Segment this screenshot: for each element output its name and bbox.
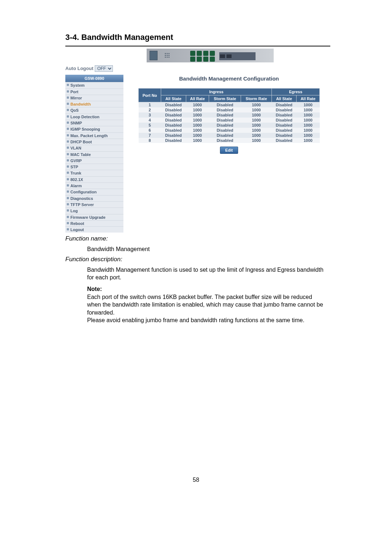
cell: 3 [139,112,161,118]
sidebar-item[interactable]: Alarm [65,182,123,189]
sidebar-item[interactable]: Mirror [65,95,123,101]
cell: Disabled [272,118,297,123]
ui-snapshot: Auto Logout OFF GSW-0890 SystemPortMirro… [65,46,330,233]
th-in-all-rate: All Rate [186,95,209,102]
cell: 1000 [297,102,320,108]
cell: Disabled [209,138,241,143]
sidebar-item[interactable]: Log [65,208,123,214]
cell: Disabled [209,118,241,123]
cell: Disabled [161,128,186,133]
cell: 1000 [297,138,320,143]
cell: 5 [139,123,161,128]
table-row[interactable]: 1Disabled1000Disabled1000Disabled1000 [139,102,320,108]
th-in-all-state: All State [161,95,186,102]
cell: Disabled [209,133,241,138]
note-paragraph-2: Please avoid enabling jumbo frame and ba… [87,316,327,324]
table-row[interactable]: 4Disabled1000Disabled1000Disabled1000 [139,118,320,123]
logo-icon [150,51,158,60]
section-heading: 3-4. Bandwidth Management [65,33,327,42]
function-name-label: Function name: [65,235,327,243]
function-desc-text: Bandwidth Management function is used to… [87,266,327,282]
cell: Disabled [272,123,297,128]
page-number: 58 [65,477,327,483]
auto-logout-bar: Auto Logout OFF [65,65,330,72]
nav-header: GSW-0890 [65,75,123,82]
sidebar-item[interactable]: Configuration [65,189,123,195]
sidebar-item[interactable]: 802.1X [65,176,123,182]
cell: 1000 [241,128,272,133]
cell: 1000 [186,133,209,138]
cell: 1000 [297,118,320,123]
sidebar-item[interactable]: System [65,82,123,88]
sidebar-item[interactable]: Diagnostics [65,195,123,201]
sidebar-item[interactable]: Reboot [65,220,123,226]
cell: 1000 [241,102,272,108]
cell: 1000 [186,118,209,123]
cell: Disabled [272,107,297,112]
cell: 1000 [297,128,320,133]
table-row[interactable]: 5Disabled1000Disabled1000Disabled1000 [139,123,320,128]
th-in-storm-state: Storm State [209,95,241,102]
sidebar-item[interactable]: GVRP [65,157,123,164]
function-name-value: Bandwidth Management [87,245,327,253]
sidebar-item[interactable]: Max. Packet Length [65,132,123,139]
cell: 1 [139,102,161,108]
sidebar-item[interactable]: TFTP Server [65,201,123,208]
cell: Disabled [272,128,297,133]
cell: 1000 [186,138,209,143]
sidebar-item[interactable]: STP [65,164,123,170]
cell: 1000 [297,112,320,118]
cell: 1000 [241,133,272,138]
sidebar-item[interactable]: QoS [65,107,123,113]
sidebar-item[interactable]: Loop Detection [65,114,123,120]
cell: 1000 [297,123,320,128]
cell: 1000 [186,123,209,128]
auto-logout-label: Auto Logout [65,66,93,71]
cell: Disabled [209,102,241,108]
cell: 1000 [186,128,209,133]
function-desc-label: Function description: [65,255,327,264]
cell: 8 [139,138,161,143]
cell: Disabled [161,107,186,112]
sidebar-item[interactable]: Bandwidth [65,101,123,107]
bandwidth-table: Port No Ingress Egress All State All Rat… [138,88,320,143]
sidebar-item[interactable]: SNMP [65,120,123,126]
sidebar-item[interactable]: Logout [65,226,123,233]
sidebar-item[interactable]: DHCP Boot [65,139,123,145]
sidebar-item[interactable]: IGMP Snooping [65,126,123,132]
cell: 2 [139,107,161,112]
cell: Disabled [161,102,186,108]
cell: 1000 [241,107,272,112]
cell: 1000 [241,118,272,123]
cell: 4 [139,118,161,123]
table-row[interactable]: 7Disabled1000Disabled1000Disabled1000 [139,133,320,138]
cell: Disabled [209,128,241,133]
cell: Disabled [272,133,297,138]
table-row[interactable]: 2Disabled1000Disabled1000Disabled1000 [139,107,320,112]
sidebar-item[interactable]: Firmware Upgrade [65,214,123,220]
device-banner [147,49,274,62]
note-label: Note: [87,285,327,293]
table-row[interactable]: 6Disabled1000Disabled1000Disabled1000 [139,128,320,133]
cell: Disabled [272,138,297,143]
cell: Disabled [209,123,241,128]
edit-button[interactable]: Edit [220,147,238,154]
th-ingress: Ingress [161,89,272,95]
cell: 1000 [241,138,272,143]
cell: 1000 [297,133,320,138]
cell: Disabled [161,112,186,118]
cell: Disabled [272,102,297,108]
sidebar-item[interactable]: Trunk [65,170,123,176]
sidebar-item[interactable]: Port [65,89,123,95]
auto-logout-select[interactable]: OFF [95,65,113,72]
cell: 1000 [241,112,272,118]
table-row[interactable]: 8Disabled1000Disabled1000Disabled1000 [139,138,320,143]
sidebar-item[interactable]: MAC Table [65,151,123,157]
nav-tree: GSW-0890 SystemPortMirrorBandwidthQoSLoo… [65,75,123,233]
led-dots-icon [165,53,170,58]
cell: Disabled [209,107,241,112]
sidebar-item[interactable]: VLAN [65,145,123,151]
table-row[interactable]: 3Disabled1000Disabled1000Disabled1000 [139,112,320,118]
cell: Disabled [161,118,186,123]
th-eg-all-rate: All Rate [297,95,320,102]
